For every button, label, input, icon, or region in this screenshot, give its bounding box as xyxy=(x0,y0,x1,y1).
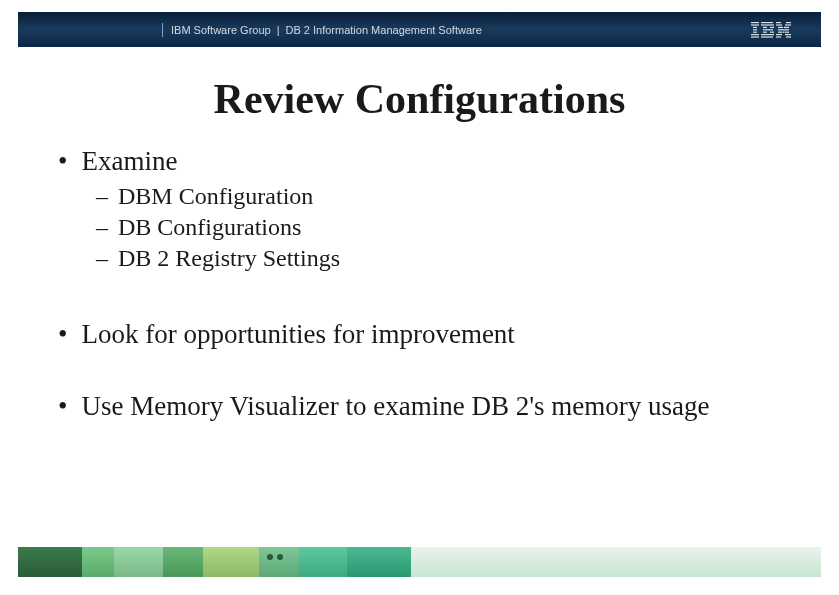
svg-rect-10 xyxy=(770,26,774,27)
svg-rect-14 xyxy=(761,34,774,35)
bullet-item: • Examine xyxy=(58,145,781,179)
svg-rect-13 xyxy=(770,31,774,32)
svg-rect-5 xyxy=(751,34,759,35)
dash-marker: – xyxy=(96,214,108,240)
svg-rect-18 xyxy=(776,24,782,25)
sub-bullet-item: – DB Configurations xyxy=(96,212,781,243)
header-group-text: IBM Software Group xyxy=(171,24,271,36)
svg-rect-0 xyxy=(751,22,759,23)
dash-marker: – xyxy=(96,183,108,209)
svg-rect-1 xyxy=(751,24,759,25)
sub-bullet-text: DBM Configuration xyxy=(118,183,313,209)
svg-rect-23 xyxy=(778,31,782,32)
footer-decorative-bar xyxy=(18,547,821,577)
sub-bullet-list: – DBM Configuration – DB Configurations … xyxy=(96,181,781,275)
svg-rect-19 xyxy=(785,24,791,25)
svg-rect-28 xyxy=(776,36,781,37)
slide-title: Review Configurations xyxy=(0,75,839,123)
header-product-text: DB 2 Information Management Software xyxy=(286,24,482,36)
svg-rect-29 xyxy=(786,36,791,37)
svg-rect-6 xyxy=(751,36,759,37)
bullet-marker: • xyxy=(58,318,67,350)
svg-rect-12 xyxy=(763,31,767,32)
svg-rect-16 xyxy=(776,22,781,23)
bullet-marker: • xyxy=(58,145,67,177)
svg-rect-9 xyxy=(763,26,767,27)
svg-rect-15 xyxy=(761,36,773,37)
svg-rect-4 xyxy=(753,31,757,32)
svg-rect-21 xyxy=(784,26,789,27)
svg-rect-3 xyxy=(753,29,757,30)
header-bar: IBM Software Group | DB 2 Information Ma… xyxy=(18,12,821,47)
svg-rect-2 xyxy=(753,26,757,27)
bullet-item: • Look for opportunities for improvement xyxy=(58,318,781,352)
bullet-item: • Use Memory Visualizer to examine DB 2'… xyxy=(58,390,781,424)
sub-bullet-item: – DB 2 Registry Settings xyxy=(96,243,781,274)
svg-rect-7 xyxy=(761,22,773,23)
bullet-text: Examine xyxy=(81,145,781,179)
sub-bullet-text: DB 2 Registry Settings xyxy=(118,245,340,271)
header-left-divider xyxy=(162,23,163,37)
bullet-marker: • xyxy=(58,390,67,422)
ibm-logo-icon xyxy=(751,22,791,38)
bullet-text: Use Memory Visualizer to examine DB 2's … xyxy=(81,390,781,424)
svg-rect-17 xyxy=(786,22,791,23)
content-area: • Examine – DBM Configuration – DB Confi… xyxy=(58,145,781,426)
bullet-text: Look for opportunities for improvement xyxy=(81,318,781,352)
dash-marker: – xyxy=(96,245,108,271)
sub-bullet-item: – DBM Configuration xyxy=(96,181,781,212)
svg-rect-25 xyxy=(785,31,789,32)
svg-rect-26 xyxy=(776,34,782,35)
svg-rect-11 xyxy=(763,29,773,30)
sub-bullet-text: DB Configurations xyxy=(118,214,301,240)
svg-rect-24 xyxy=(783,31,785,32)
svg-rect-27 xyxy=(785,34,791,35)
svg-rect-8 xyxy=(761,24,774,25)
svg-rect-22 xyxy=(778,29,789,30)
svg-rect-20 xyxy=(778,26,783,27)
header-separator: | xyxy=(277,24,280,36)
